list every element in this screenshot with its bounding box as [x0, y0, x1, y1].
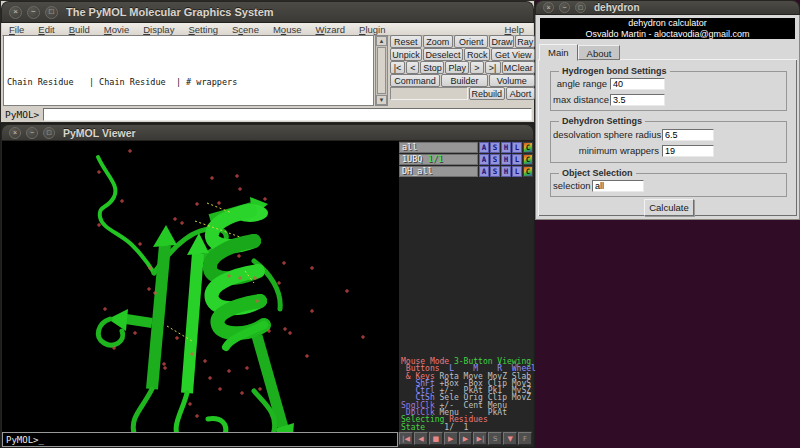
object-name[interactable]: all — [399, 142, 478, 153]
vcr-button[interactable]: ▶ — [459, 432, 473, 445]
vcr-button[interactable]: ■ — [429, 432, 443, 445]
command-input[interactable] — [43, 108, 532, 121]
viewer-command-line[interactable]: PyMOL>_ — [2, 432, 398, 447]
play-button[interactable]: Play — [445, 61, 469, 74]
object-s-button[interactable]: S — [490, 154, 500, 165]
control-row: RebuildAbort — [390, 87, 535, 100]
tab-main[interactable]: Main — [539, 44, 578, 61]
menu-item-help[interactable]: Help — [495, 24, 533, 35]
control-row: CommandBuilderVolume — [390, 74, 535, 87]
desolvation-radius-field[interactable] — [662, 129, 714, 141]
vcr-button[interactable]: S — [488, 432, 502, 445]
viewer-titlebar[interactable]: × − □ PyMOL Viewer — [1, 124, 534, 141]
draw-button[interactable]: Draw — [489, 35, 514, 48]
object-l-button[interactable]: L — [512, 166, 522, 177]
builder-button[interactable]: Builder — [441, 74, 487, 87]
rock-button[interactable]: Rock — [464, 48, 491, 61]
orient-button[interactable]: Orient — [454, 35, 488, 48]
group-hydrogen-bond-settings: Hydrogen bond Settings angle range max d… — [550, 71, 787, 111]
command-button[interactable]: Command — [390, 74, 440, 87]
maximize-icon[interactable]: □ — [575, 2, 586, 13]
dehydron-titlebar[interactable]: × − □ dehydron — [535, 0, 800, 15]
minimize-icon[interactable]: − — [559, 2, 570, 13]
unpick-button[interactable]: Unpick — [390, 48, 422, 61]
water-cross — [188, 402, 192, 406]
menu-item-wizard[interactable]: Wizard — [308, 24, 352, 35]
calculate-button[interactable]: Calculate — [644, 199, 694, 216]
maximize-icon[interactable]: □ — [43, 127, 55, 139]
maximize-icon[interactable]: □ — [45, 6, 58, 19]
object-s-button[interactable]: S — [490, 166, 500, 177]
vcr-button[interactable]: ▼ — [503, 432, 517, 445]
scroll-down-icon[interactable]: ▼ — [376, 95, 387, 105]
menu-item-setting[interactable]: Setting — [181, 24, 225, 35]
vcr-button[interactable]: F — [518, 432, 532, 445]
scrollbar-thumb[interactable] — [377, 47, 386, 94]
object-name[interactable]: DH_all — [399, 166, 478, 177]
rebuild-button[interactable]: Rebuild — [469, 87, 505, 100]
pymol-main-window: × − □ The PyMOL Molecular Graphics Syste… — [0, 0, 535, 123]
banner-title: dehydron calculator — [540, 18, 795, 29]
menu-item-build[interactable]: Build — [62, 24, 97, 35]
close-icon[interactable]: × — [9, 6, 22, 19]
--button[interactable]: >| — [485, 61, 501, 74]
angle-range-field[interactable] — [610, 78, 665, 90]
object-l-button[interactable]: L — [512, 154, 522, 165]
vcr-button[interactable]: ▶ — [444, 432, 458, 445]
tab-about[interactable]: About — [578, 45, 621, 60]
object-a-button[interactable]: A — [479, 154, 489, 165]
object-h-button[interactable]: H — [501, 166, 511, 177]
menu-item-plugin[interactable]: Plugin — [352, 24, 392, 35]
output-log[interactable]: Donor | Acceptor | Chain Residue | Chain… — [3, 35, 374, 106]
--button[interactable]: |< — [390, 61, 405, 74]
object-name[interactable]: 1UBQ 1/1 — [399, 154, 478, 165]
vcr-button[interactable]: |◀ — [399, 432, 413, 445]
control-row: |<<StopPlay>>|MClear — [390, 61, 535, 74]
max-distance-field[interactable] — [610, 94, 665, 106]
volume-button[interactable]: Volume — [489, 74, 535, 87]
object-a-button[interactable]: A — [479, 166, 489, 177]
menu-item-mouse[interactable]: Mouse — [266, 24, 309, 35]
vcr-button[interactable]: ▶| — [473, 432, 487, 445]
main-titlebar[interactable]: × − □ The PyMOL Molecular Graphics Syste… — [1, 1, 534, 23]
reset-button[interactable]: Reset — [390, 35, 422, 48]
selection-field[interactable] — [592, 180, 644, 192]
viewer-side-panel: allASHLC1UBQ 1/1ASHLCDH_allASHLC Mouse M… — [399, 141, 533, 446]
object-s-button[interactable]: S — [490, 142, 500, 153]
minimum-wrappers-field[interactable] — [662, 145, 714, 157]
--button[interactable]: > — [470, 61, 483, 74]
menu-item-edit[interactable]: Edit — [31, 24, 61, 35]
stop-button[interactable]: Stop — [420, 61, 444, 74]
object-l-button[interactable]: L — [512, 142, 522, 153]
object-c-button[interactable]: C — [523, 154, 533, 165]
object-a-button[interactable]: A — [479, 142, 489, 153]
minimize-icon[interactable]: − — [26, 127, 38, 139]
zoom-button[interactable]: Zoom — [423, 35, 454, 48]
minimize-icon[interactable]: − — [27, 6, 40, 19]
output-scrollbar[interactable]: ▲ ▼ — [375, 35, 388, 106]
get-view-button[interactable]: Get View — [491, 48, 535, 61]
ray-button[interactable]: Ray — [515, 35, 535, 48]
object-c-button[interactable]: C — [523, 142, 533, 153]
object-c-button[interactable]: C — [523, 166, 533, 177]
menu-item-display[interactable]: Display — [136, 24, 181, 35]
water-cross — [162, 362, 166, 366]
mclear-button[interactable]: MClear — [502, 61, 535, 74]
water-cross — [240, 391, 244, 395]
dehydron-body: dehydron calculator Osvaldo Martin - alo… — [535, 15, 800, 220]
--button[interactable]: < — [406, 61, 419, 74]
deselect-button[interactable]: Deselect — [423, 48, 463, 61]
control-row: UnpickDeselectRockGet View — [390, 48, 535, 61]
scroll-up-icon[interactable]: ▲ — [376, 36, 387, 46]
molecule-viewport[interactable] — [2, 141, 399, 432]
menu-item-movie[interactable]: Movie — [97, 24, 136, 35]
object-h-button[interactable]: H — [501, 142, 511, 153]
close-icon[interactable]: × — [9, 127, 21, 139]
menu-item-scene[interactable]: Scene — [225, 24, 266, 35]
abort-button[interactable]: Abort — [506, 87, 535, 100]
object-h-button[interactable]: H — [501, 154, 511, 165]
menu-item-file[interactable]: File — [2, 24, 31, 35]
close-icon[interactable]: × — [543, 2, 554, 13]
vcr-button[interactable]: ◀ — [414, 432, 428, 445]
window-controls: × − □ — [9, 6, 58, 19]
